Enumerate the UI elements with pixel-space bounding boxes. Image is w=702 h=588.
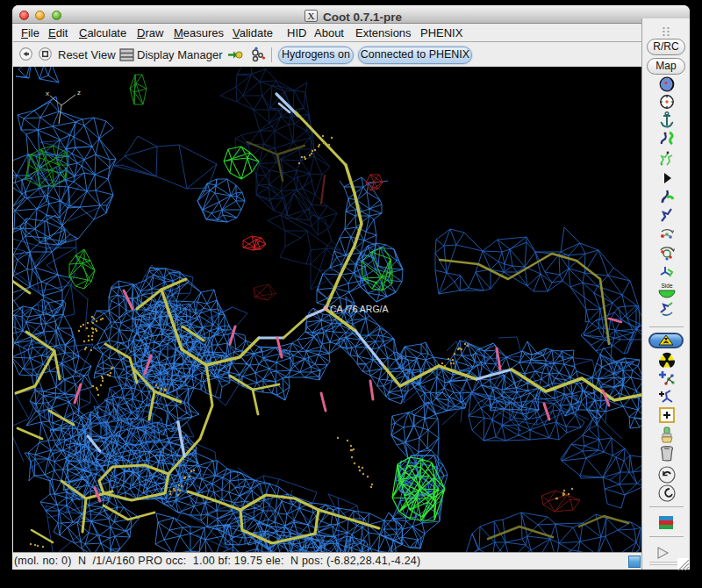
svg-text:x: x [46, 90, 49, 97]
svg-text:z: z [77, 89, 81, 97]
svg-text:CA /76 ARG/A: CA /76 ARG/A [330, 304, 389, 314]
svg-text:Side: Side [661, 283, 672, 289]
